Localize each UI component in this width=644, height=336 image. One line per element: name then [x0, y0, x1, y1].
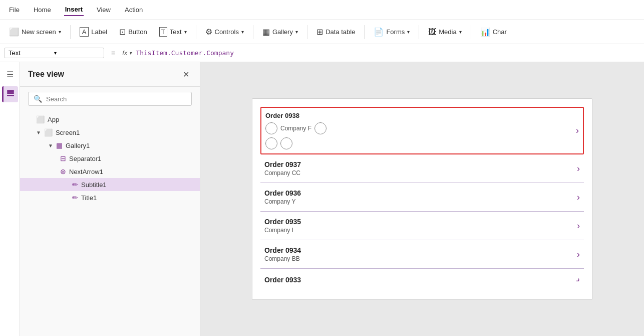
gallery-row-0933[interactable]: Order 0933 › — [260, 269, 584, 291]
label-button[interactable]: A Label — [75, 24, 112, 40]
svg-rect-0 — [7, 92, 14, 94]
datatable-button[interactable]: ⊞ Data table — [311, 24, 360, 40]
button-icon: ⊡ — [119, 27, 126, 37]
tree-close-button[interactable]: ✕ — [180, 68, 192, 80]
svg-rect-1 — [7, 95, 14, 96]
row-title: Order 0935 — [264, 218, 577, 226]
media-icon: 🖼 — [428, 28, 436, 37]
gallery-row-0934[interactable]: Order 0934 Company BB › — [260, 240, 584, 269]
tree-title: Tree view — [28, 70, 64, 79]
subtitle-icon: ✏ — [72, 181, 78, 189]
chevron-down-icon: ▾ — [59, 29, 61, 35]
new-screen-icon: ⬜ — [9, 27, 19, 37]
row-title: Order 0934 — [264, 246, 577, 254]
equals-symbol: = — [108, 49, 118, 57]
tree-item-label: Subtitle1 — [81, 181, 192, 189]
chevron-down-icon: ▼ — [48, 143, 53, 148]
menu-file[interactable]: File — [8, 4, 21, 16]
row-subtitle: Company Y — [264, 198, 577, 205]
main-area: ☰ Tree view ✕ 🔍 ⬜ App ▼ — [0, 62, 644, 336]
layers-icon[interactable] — [2, 86, 18, 102]
tree-header: Tree view ✕ — [20, 62, 200, 87]
row-arrow-icon: › — [577, 192, 580, 203]
menu-home[interactable]: Home — [33, 4, 52, 16]
row-title: Order 0936 — [264, 189, 577, 197]
circle-2 — [314, 122, 327, 134]
property-dropdown[interactable]: Text ▾ — [4, 48, 104, 58]
tree-item-subtitle1[interactable]: ✏ Subtitle1 — [20, 178, 200, 191]
tree-item-title1[interactable]: ✏ Title1 — [20, 191, 200, 204]
button-button[interactable]: ⊡ Button — [114, 24, 152, 40]
toolbar-divider-1 — [70, 25, 71, 39]
row-arrow-icon: › — [577, 163, 580, 174]
gallery-chevron-icon: ▾ — [295, 29, 298, 35]
chevron-down-icon: ▼ — [36, 130, 41, 135]
gallery-row-0937[interactable]: Order 0937 Company CC › — [260, 154, 584, 183]
tree-item-label: NextArrow1 — [69, 168, 192, 176]
hamburger-icon[interactable]: ☰ — [2, 66, 18, 82]
svg-rect-2 — [7, 90, 14, 92]
toolbar: ⬜ New screen ▾ A Label ⊡ Button T Text ▾… — [0, 20, 644, 44]
controls-icon: ⚙ — [205, 27, 212, 37]
label-icon: A — [80, 27, 89, 37]
canvas-area: Order 0938 Company F › — [200, 62, 644, 336]
media-button[interactable]: 🖼 Media ▾ — [423, 25, 466, 40]
gallery-tree-icon: ▦ — [56, 141, 63, 149]
forms-chevron-icon: ▾ — [407, 29, 410, 35]
circle-4 — [280, 137, 292, 149]
row-title: Order 0937 — [264, 160, 577, 169]
screen-icon: ⬜ — [44, 128, 53, 136]
tree-item-label: App — [48, 116, 192, 123]
gallery-icon: ▦ — [262, 27, 270, 37]
toolbar-divider-7 — [471, 25, 471, 39]
sidebar-icons: ☰ — [0, 62, 20, 336]
fx-chevron-icon: ▾ — [129, 50, 132, 56]
tree-item-gallery1[interactable]: ▼ ▦ Gallery1 — [20, 139, 200, 152]
gallery-widget: Order 0938 Company F › — [252, 98, 592, 300]
tree-item-screen1[interactable]: ▼ ⬜ Screen1 — [20, 126, 200, 139]
tree-item-label: Separator1 — [69, 155, 192, 162]
separator-icon: ⊟ — [60, 154, 66, 162]
row-arrow-icon: › — [577, 221, 580, 231]
row-title: Order 0938 — [265, 112, 299, 119]
menu-action[interactable]: Action — [124, 4, 144, 16]
menu-view[interactable]: View — [96, 4, 112, 16]
row-subtitle: Company CC — [264, 170, 577, 177]
nextarrow-icon: ⊛ — [60, 167, 66, 176]
menu-insert[interactable]: Insert — [64, 4, 84, 16]
toolbar-divider-4 — [307, 25, 307, 39]
title-icon: ✏ — [72, 194, 78, 202]
datatable-icon: ⊞ — [316, 27, 323, 37]
tree-item-nextarrow1[interactable]: ⊛ NextArrow1 — [20, 165, 200, 178]
dropdown-chevron-icon: ▾ — [54, 50, 100, 56]
gallery-row-0935[interactable]: Order 0935 Company I › — [260, 212, 584, 240]
tree-item-app[interactable]: ⬜ App — [20, 113, 200, 126]
tree-content: ⬜ App ▼ ⬜ Screen1 ▼ ▦ Gallery1 ⊟ Separat… — [20, 111, 200, 336]
forms-button[interactable]: 📄 Forms ▾ — [369, 24, 415, 40]
gallery-row-0936[interactable]: Order 0936 Company Y › — [260, 183, 584, 212]
fx-label: fx — [122, 49, 127, 57]
text-button[interactable]: T Text ▾ — [154, 24, 192, 40]
formula-bar: Text ▾ = fx ▾ ThisItem.Customer.Company — [0, 44, 644, 62]
forms-icon: 📄 — [374, 27, 384, 37]
media-chevron-icon: ▾ — [459, 29, 462, 35]
toolbar-divider-6 — [419, 25, 419, 39]
circle-3 — [265, 137, 277, 149]
controls-chevron-icon: ▾ — [241, 29, 244, 35]
tree-item-separator1[interactable]: ⊟ Separator1 — [20, 152, 200, 165]
toolbar-divider-2 — [196, 25, 196, 39]
controls-button[interactable]: ⚙ Controls ▾ — [200, 24, 249, 40]
toolbar-divider-5 — [364, 25, 365, 39]
row-subtitle: Company BB — [264, 255, 577, 262]
new-screen-button[interactable]: ⬜ New screen ▾ — [4, 24, 66, 40]
search-input[interactable] — [46, 95, 186, 103]
formula-input[interactable]: ThisItem.Customer.Company — [136, 49, 640, 57]
chart-button[interactable]: 📊 Char — [475, 24, 512, 40]
tree-item-label: Gallery1 — [66, 142, 192, 149]
row-arrow-icon: › — [576, 125, 579, 136]
search-icon: 🔍 — [34, 95, 42, 103]
gallery-button[interactable]: ▦ Gallery ▾ — [257, 24, 303, 40]
row-title: Order 0933 — [264, 276, 577, 284]
gallery-row-0938[interactable]: Order 0938 Company F › — [260, 107, 584, 154]
row-arrow-icon: › — [577, 249, 580, 260]
